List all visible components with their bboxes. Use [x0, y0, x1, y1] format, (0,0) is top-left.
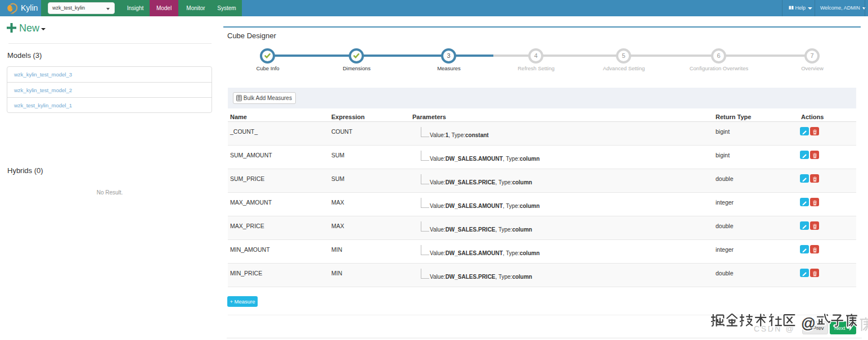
svg-text:@: @ — [801, 315, 816, 331]
